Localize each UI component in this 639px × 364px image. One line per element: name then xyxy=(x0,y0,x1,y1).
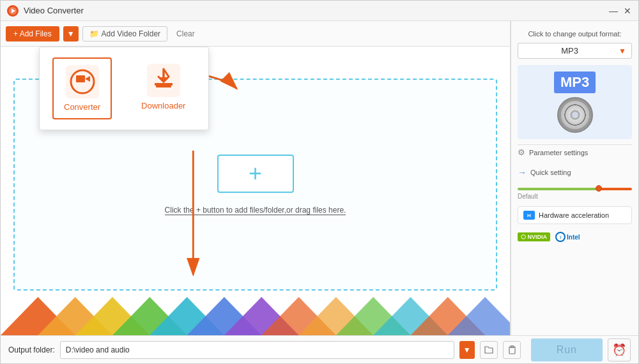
window-controls: — ✕ xyxy=(609,6,632,15)
drop-plus-button[interactable]: + xyxy=(217,155,294,193)
cd-icon xyxy=(557,97,593,133)
clipboard-button[interactable] xyxy=(503,341,521,359)
app-switcher-dropdown: Converter xyxy=(39,47,209,130)
hw-acceleration-row[interactable]: H Hardware acceleration xyxy=(518,206,632,224)
intel-ring-icon: i xyxy=(555,232,566,242)
parameter-settings-label: Parameter settings xyxy=(529,149,588,156)
svg-rect-8 xyxy=(156,86,171,87)
titlebar: Video Converter — ✕ xyxy=(1,1,638,21)
settings-icon: ⚙ xyxy=(518,148,525,157)
minimize-button[interactable]: — xyxy=(609,6,618,15)
hw-accel-label: Hardware acceleration xyxy=(539,211,609,219)
converter-icon xyxy=(66,65,99,98)
format-change-label: Click to change output format: xyxy=(518,30,632,38)
left-panel: + Add Files ▼ 📁 Add Video Folder Clear xyxy=(1,21,511,335)
folder-dropdown-button[interactable]: ▼ xyxy=(459,341,475,359)
clipboard-icon xyxy=(507,345,517,355)
add-files-dropdown-button[interactable]: ▼ xyxy=(63,26,79,42)
main-window: Video Converter — ✕ + Add Files ▼ 📁 Add … xyxy=(0,0,639,364)
quality-track xyxy=(518,188,632,190)
quality-label: Default xyxy=(518,193,632,200)
svg-rect-4 xyxy=(76,75,85,82)
add-files-button[interactable]: + Add Files xyxy=(6,26,59,42)
quick-setting-row[interactable]: → Quick setting xyxy=(518,165,632,180)
quality-bar[interactable]: Default xyxy=(518,188,632,200)
format-value: MP3 xyxy=(523,46,616,56)
drop-hint: Click the + button to add files/folder,o… xyxy=(165,206,346,215)
window-title: Video Converter xyxy=(24,6,609,15)
quick-setting-icon: → xyxy=(518,167,527,178)
close-button[interactable]: ✕ xyxy=(623,6,632,15)
bottom-bar: Output folder: ▼ Run ⏰ xyxy=(1,335,638,363)
run-button[interactable]: Run xyxy=(531,338,603,361)
decorative-banner xyxy=(1,297,510,335)
quick-setting-label: Quick setting xyxy=(530,169,571,176)
format-preview: MP3 xyxy=(518,65,632,139)
quality-thumb xyxy=(596,185,602,192)
parameter-settings-row[interactable]: ⚙ Parameter settings xyxy=(518,144,632,160)
output-folder-label: Output folder: xyxy=(8,345,55,354)
toolbar: + Add Files ▼ 📁 Add Video Folder Clear xyxy=(1,21,510,47)
main-layout: + Add Files ▼ 📁 Add Video Folder Clear xyxy=(1,21,638,335)
clear-button[interactable]: Clear xyxy=(171,27,200,41)
svg-rect-7 xyxy=(155,83,173,86)
downloader-label: Downloader xyxy=(141,101,185,110)
format-select[interactable]: MP3 ▼ xyxy=(518,43,632,59)
format-preview-label: MP3 xyxy=(554,72,596,93)
output-path-input[interactable] xyxy=(60,341,454,359)
folder-icon: 📁 xyxy=(89,29,99,38)
hw-accel-icon: H xyxy=(523,211,535,220)
intel-badge: i Intel xyxy=(555,232,580,242)
clock-icon: ⏰ xyxy=(612,343,626,357)
right-panel: Click to change output format: MP3 ▼ MP3… xyxy=(511,21,638,335)
converter-app-item[interactable]: Converter xyxy=(52,57,112,119)
open-folder-button[interactable] xyxy=(480,341,498,359)
nvidia-badge: ⬡ NVIDIA xyxy=(518,232,550,241)
converter-label: Converter xyxy=(64,102,100,112)
nvidia-intel-row: ⬡ NVIDIA i Intel xyxy=(518,229,632,245)
intel-label: Intel xyxy=(567,234,580,241)
app-icon xyxy=(7,5,19,17)
schedule-button[interactable]: ⏰ xyxy=(608,338,631,361)
nvidia-icon: ⬡ xyxy=(521,234,526,240)
downloader-app-item[interactable]: Downloader xyxy=(131,57,196,119)
format-dropdown-icon: ▼ xyxy=(619,47,626,56)
downloader-icon xyxy=(147,64,180,97)
folder-open-icon xyxy=(484,345,494,355)
content-area: Converter xyxy=(1,47,510,335)
add-folder-button[interactable]: 📁 Add Video Folder xyxy=(82,26,168,42)
